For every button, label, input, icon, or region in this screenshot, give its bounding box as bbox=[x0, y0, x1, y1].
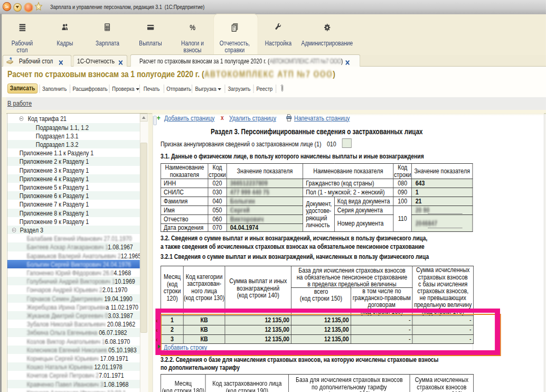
svg-text:%: % bbox=[190, 23, 195, 32]
